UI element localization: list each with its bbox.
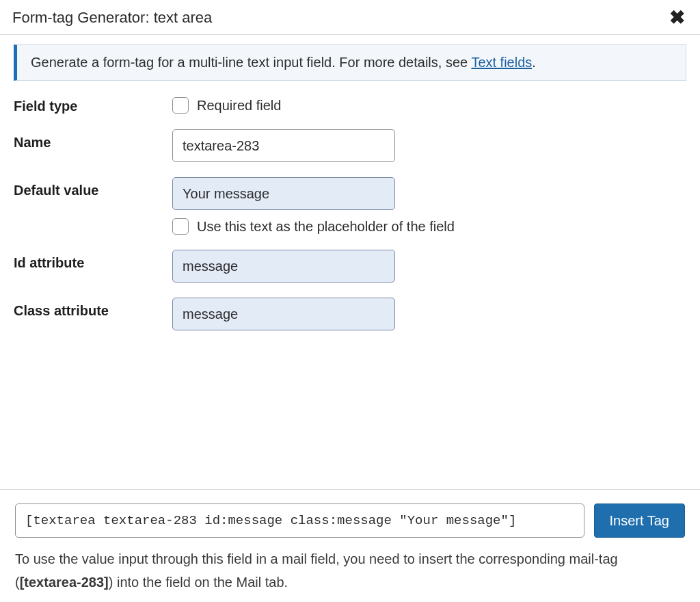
banner-text-after: . [532,55,536,70]
class-attr-row: Class attribute [14,298,686,330]
insert-tag-button[interactable]: Insert Tag [594,503,685,538]
modal-title: Form-tag Generator: text area [12,9,212,27]
class-attr-input[interactable] [172,298,395,330]
close-icon[interactable]: ✖ [667,8,688,27]
default-value-label: Default value [14,177,172,198]
form-fields-area: Field type Required field Name Default v… [0,93,700,489]
footer-note: To use the value input through this fiel… [15,547,685,594]
name-row: Name [14,129,686,162]
form-tag-generator-modal: Form-tag Generator: text area ✖ Generate… [0,0,700,602]
modal-footer: Insert Tag To use the value input throug… [0,489,700,602]
id-attr-row: Id attribute [14,250,686,283]
placeholder-checkbox[interactable] [172,218,189,235]
footer-note-after: ) into the field on the Mail tab. [109,575,288,590]
mail-tag-code: [textarea-283] [20,575,109,590]
id-attr-input[interactable] [172,250,395,283]
banner-text-before: Generate a form-tag for a multi-line tex… [31,55,471,70]
field-type-label: Field type [14,93,172,114]
required-field-checkbox[interactable] [172,97,189,114]
default-value-row: Default value Use this text as the place… [14,177,686,235]
text-fields-link[interactable]: Text fields [471,55,532,70]
class-attr-label: Class attribute [14,298,172,319]
name-label: Name [14,129,172,150]
required-field-checkbox-label: Required field [197,98,281,114]
default-value-input[interactable] [172,177,395,210]
modal-header: Form-tag Generator: text area ✖ [0,0,700,35]
info-banner: Generate a form-tag for a multi-line tex… [14,44,686,81]
output-row: Insert Tag [15,503,685,538]
generated-tag-output[interactable] [15,503,584,538]
placeholder-checkbox-label: Use this text as the placeholder of the … [197,219,455,235]
id-attr-label: Id attribute [14,250,172,271]
name-input[interactable] [172,129,395,162]
field-type-row: Field type Required field [14,93,686,114]
